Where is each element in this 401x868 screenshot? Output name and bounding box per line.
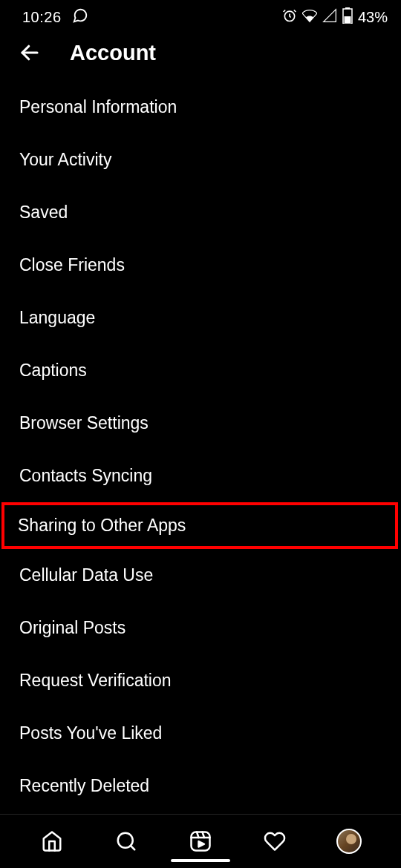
- settings-menu: Personal Information Your Activity Saved…: [0, 81, 401, 812]
- svg-marker-11: [199, 841, 205, 847]
- nav-search[interactable]: [111, 826, 141, 856]
- nav-activity[interactable]: [260, 826, 290, 856]
- nav-reels[interactable]: [186, 826, 215, 856]
- status-right: 43%: [282, 7, 388, 27]
- search-icon: [115, 830, 137, 852]
- back-button[interactable]: [16, 39, 43, 66]
- page-title: Account: [70, 41, 156, 65]
- whatsapp-icon: [72, 7, 88, 27]
- reels-icon: [189, 830, 212, 852]
- status-time: 10:26: [22, 9, 62, 26]
- svg-line-6: [131, 846, 134, 849]
- menu-item-personal-information[interactable]: Personal Information: [0, 81, 401, 134]
- menu-item-your-activity[interactable]: Your Activity: [0, 134, 401, 186]
- menu-item-posts-youve-liked[interactable]: Posts You've Liked: [0, 707, 401, 760]
- home-icon: [41, 830, 63, 852]
- alarm-icon: [282, 8, 297, 27]
- heart-icon: [264, 830, 286, 852]
- battery-icon: [342, 7, 353, 27]
- menu-item-browser-settings[interactable]: Browser Settings: [0, 397, 401, 450]
- header: Account: [0, 33, 401, 81]
- signal-icon: [322, 8, 337, 27]
- nav-home[interactable]: [37, 826, 67, 856]
- menu-item-request-verification[interactable]: Request Verification: [0, 654, 401, 707]
- menu-item-saved[interactable]: Saved: [0, 186, 401, 239]
- menu-item-language[interactable]: Language: [0, 292, 401, 344]
- wifi-icon: [302, 8, 317, 27]
- nav-active-indicator: [171, 859, 230, 862]
- battery-pct: 43%: [358, 9, 388, 26]
- menu-item-original-posts[interactable]: Original Posts: [0, 602, 401, 654]
- back-arrow-icon: [19, 42, 41, 64]
- avatar: [336, 829, 362, 854]
- menu-item-sharing-to-other-apps[interactable]: Sharing to Other Apps: [1, 502, 398, 549]
- bottom-nav: [0, 814, 401, 856]
- menu-item-cellular-data-use[interactable]: Cellular Data Use: [0, 549, 401, 602]
- status-left: 10:26: [22, 7, 88, 27]
- status-bar: 10:26: [0, 0, 401, 33]
- nav-profile[interactable]: [334, 826, 364, 856]
- menu-item-close-friends[interactable]: Close Friends: [0, 239, 401, 292]
- svg-rect-3: [344, 16, 351, 23]
- menu-item-contacts-syncing[interactable]: Contacts Syncing: [0, 450, 401, 502]
- menu-item-captions[interactable]: Captions: [0, 344, 401, 397]
- menu-item-recently-deleted[interactable]: Recently Deleted: [0, 760, 401, 812]
